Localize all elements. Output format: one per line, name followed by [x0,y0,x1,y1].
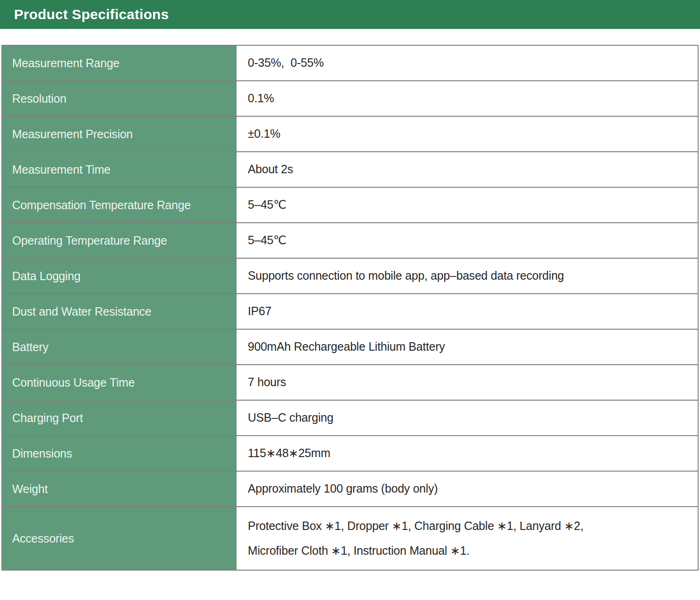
table-row: Measurement Range 0-35%, 0-55% [2,46,698,81]
spec-label: Dust and Water Resistance [2,294,237,329]
table-row: Measurement Precision ±0.1% [2,117,698,152]
spec-label: Data Logging [2,259,237,293]
spec-label: Operating Temperature Range [2,223,237,258]
spec-label: Battery [2,330,237,364]
table-row: Dimensions 115∗48∗25mm [2,436,698,472]
spec-label: Continuous Usage Time [2,365,237,400]
spec-value: IP67 [237,294,698,329]
table-row: Accessories Protective Box ∗1, Dropper ∗… [2,507,698,570]
spec-value: Protective Box ∗1, Dropper ∗1, Charging … [237,507,698,570]
spec-value-line: 115∗48∗25mm [248,446,693,460]
spec-value-line: USB–C charging [248,411,693,425]
table-row: Weight Approximately 100 grams (body onl… [2,472,698,507]
spec-value: ±0.1% [237,117,698,151]
spec-value-line: 0-35%, 0-55% [248,56,693,70]
spec-value: About 2s [237,152,698,187]
spec-label: Resolution [2,81,237,116]
spec-value-line: ±0.1% [248,127,693,141]
table-row: Battery 900mAh Rechargeable Lithium Batt… [2,330,698,365]
spec-value-line: Protective Box ∗1, Dropper ∗1, Charging … [248,519,693,533]
table-row: Dust and Water Resistance IP67 [2,294,698,330]
spec-value: 0.1% [237,81,698,116]
spec-label: Dimensions [2,436,237,471]
spec-value: 0-35%, 0-55% [237,46,698,80]
spec-value: 7 hours [237,365,698,400]
spec-table: Measurement Range 0-35%, 0-55% Resolutio… [1,45,699,571]
spec-value-line: 900mAh Rechargeable Lithium Battery [248,340,693,354]
title-bar: Product Specifications [0,0,700,29]
table-row: Measurement Time About 2s [2,152,698,188]
spec-label: Measurement Range [2,46,237,80]
spec-value: 5–45℃ [237,188,698,222]
product-spec-sheet: Product Specifications Measurement Range… [0,0,700,600]
spec-value-line: IP67 [248,304,693,318]
spec-value-line: Supports connection to mobile app, app–b… [248,269,693,283]
spec-value: Supports connection to mobile app, app–b… [237,259,698,293]
spec-label: Compensation Temperature Range [2,188,237,222]
table-row: Charging Port USB–C charging [2,401,698,436]
spec-value-line: 5–45℃ [248,198,693,212]
spec-value-line: 0.1% [248,92,693,106]
spec-value: Approximately 100 grams (body only) [237,472,698,506]
spec-value: 900mAh Rechargeable Lithium Battery [237,330,698,364]
spec-value-line: About 2s [248,162,693,176]
table-row: Data Logging Supports connection to mobi… [2,259,698,294]
spec-value-line: Approximately 100 grams (body only) [248,482,693,496]
spec-label: Measurement Precision [2,117,237,151]
spec-value: 115∗48∗25mm [237,436,698,471]
spec-value-line: 5–45℃ [248,233,693,247]
table-row: Compensation Temperature Range 5–45℃ [2,188,698,223]
spec-label: Weight [2,472,237,506]
table-row: Operating Temperature Range 5–45℃ [2,223,698,259]
table-row: Resolution 0.1% [2,81,698,117]
spec-label: Accessories [2,507,237,570]
spec-label: Measurement Time [2,152,237,187]
table-row: Continuous Usage Time 7 hours [2,365,698,401]
spec-value-line: 7 hours [248,375,693,389]
spec-value-line: Microfiber Cloth ∗1, Instruction Manual … [248,544,693,558]
spec-label: Charging Port [2,401,237,435]
spec-value: 5–45℃ [237,223,698,258]
page-title: Product Specifications [14,7,169,22]
spec-value: USB–C charging [237,401,698,435]
